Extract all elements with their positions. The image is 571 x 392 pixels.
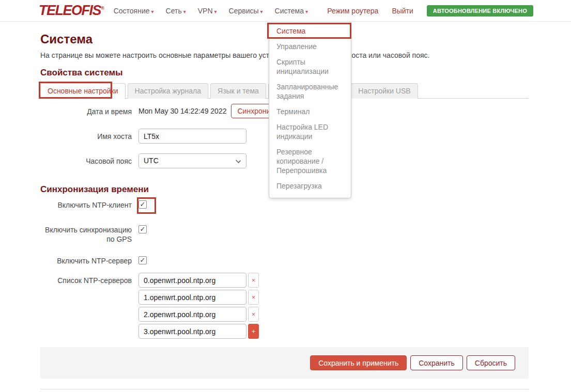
menu-item-administration[interactable]: Управление: [269, 39, 351, 54]
save-button[interactable]: Сохранить: [410, 355, 463, 370]
ntp-client-checkbox[interactable]: ✓: [138, 200, 147, 209]
system-dropdown-menu: Система Управление Скрипты инициализации…: [269, 22, 351, 198]
list-item: ×: [138, 273, 259, 288]
menu-item-led-configuration[interactable]: Настройка LED индикации: [269, 119, 351, 144]
ntp-server-input-3[interactable]: [138, 324, 246, 339]
reset-button[interactable]: Сбросить: [467, 355, 515, 370]
ntp-server-list: × × × +: [138, 273, 259, 339]
nav-menu: Состояние▾ Сеть▾ VPN▾ Сервисы▾ Система▾: [114, 7, 308, 15]
ntp-server-checkbox[interactable]: ✓: [138, 256, 147, 264]
footer-action-bar: Сохранить и применить Сохранить Сбросить: [40, 347, 529, 379]
timezone-select[interactable]: UTC: [138, 153, 246, 168]
navbar: TELEOFIS® Состояние▾ Сеть▾ VPN▾ Сервисы▾…: [0, 0, 571, 22]
remove-icon[interactable]: ×: [248, 307, 259, 322]
gps-sync-checkbox[interactable]: ✓: [138, 225, 147, 233]
teleofis-logo: TELEOFIS®: [39, 3, 104, 19]
chevron-down-icon: ▾: [183, 9, 186, 14]
ntp-list-row: Список NTP-серверов × × × +: [40, 273, 259, 339]
hostname-row: Имя хоста: [40, 129, 246, 144]
ntp-server-row: Включить NTP-сервер ✓: [40, 253, 147, 265]
chevron-down-icon: ▾: [260, 9, 263, 14]
list-item: ×: [138, 307, 259, 322]
remove-icon[interactable]: ×: [248, 273, 259, 288]
nav-item-network[interactable]: Сеть▾: [166, 7, 186, 15]
ntp-server-input-2[interactable]: [138, 307, 246, 322]
gps-sync-label: Включить синхронизацию по GPS: [40, 222, 138, 244]
registered-mark: ®: [101, 6, 104, 11]
datetime-value: Mon May 30 14:22:49 2022: [138, 104, 226, 115]
ntp-server-input-1[interactable]: [138, 290, 246, 305]
menu-item-startup-scripts[interactable]: Скрипты инициализации: [269, 54, 351, 79]
menu-item-reboot[interactable]: Перезагрузка: [269, 178, 351, 194]
hostname-label: Имя хоста: [40, 129, 138, 141]
menu-item-terminal[interactable]: Терминал: [269, 104, 351, 119]
add-icon[interactable]: +: [248, 324, 259, 339]
logout-link[interactable]: Выйти: [392, 7, 413, 15]
ntp-client-label: Включить NTP-клиент: [40, 197, 138, 210]
gps-sync-row: Включить синхронизацию по GPS ✓: [40, 222, 147, 244]
timezone-label: Часовой пояс: [40, 153, 138, 166]
nav-right: Режим роутера Выйти АВТООБНОВЛЕНИЕ ВКЛЮЧ…: [327, 5, 533, 17]
list-item: ×: [138, 290, 259, 305]
menu-item-scheduled-tasks[interactable]: Запланированные задания: [269, 79, 351, 104]
timezone-row: Часовой пояс UTC: [40, 153, 246, 168]
ntp-server-label: Включить NTP-сервер: [40, 253, 138, 265]
chevron-down-icon: ▾: [305, 9, 308, 14]
section-heading-time-sync: Синхронизация времени: [40, 184, 149, 195]
hostname-input[interactable]: [138, 129, 246, 144]
ntp-list-label: Список NTP-серверов: [40, 273, 138, 285]
chevron-down-icon: ▾: [151, 9, 154, 14]
autorefresh-badge[interactable]: АВТООБНОВЛЕНИЕ ВКЛЮЧЕНО: [427, 5, 533, 17]
nav-item-status[interactable]: Состояние▾: [114, 7, 154, 15]
chevron-down-icon: [236, 158, 241, 163]
datetime-label: Дата и время: [40, 104, 138, 116]
ntp-client-row: Включить NTP-клиент ✓: [40, 197, 147, 210]
menu-item-system[interactable]: Система: [269, 23, 351, 39]
divider: [40, 389, 529, 389]
nav-item-services[interactable]: Сервисы▾: [229, 7, 263, 15]
tab-log-settings[interactable]: Настройка журнала: [128, 83, 208, 99]
page-title: Система: [40, 32, 92, 46]
tab-usb-settings[interactable]: Настройки USB: [351, 83, 418, 99]
tab-language-theme[interactable]: Язык и тема: [210, 83, 266, 99]
ntp-server-input-0[interactable]: [138, 273, 246, 288]
remove-icon[interactable]: ×: [248, 290, 259, 305]
list-item: +: [138, 324, 259, 339]
section-heading-properties: Свойства системы: [40, 68, 123, 78]
router-mode-link[interactable]: Режим роутера: [327, 7, 378, 15]
save-apply-button[interactable]: Сохранить и применить: [310, 355, 407, 370]
tab-general-settings[interactable]: Основные настройки: [40, 83, 126, 99]
chevron-down-icon: ▾: [214, 9, 217, 14]
nav-item-system[interactable]: Система▾: [275, 7, 308, 15]
menu-item-backup-flash[interactable]: Резервное копирование / Перепрошивка: [269, 144, 351, 178]
nav-item-vpn[interactable]: VPN▾: [198, 7, 217, 15]
